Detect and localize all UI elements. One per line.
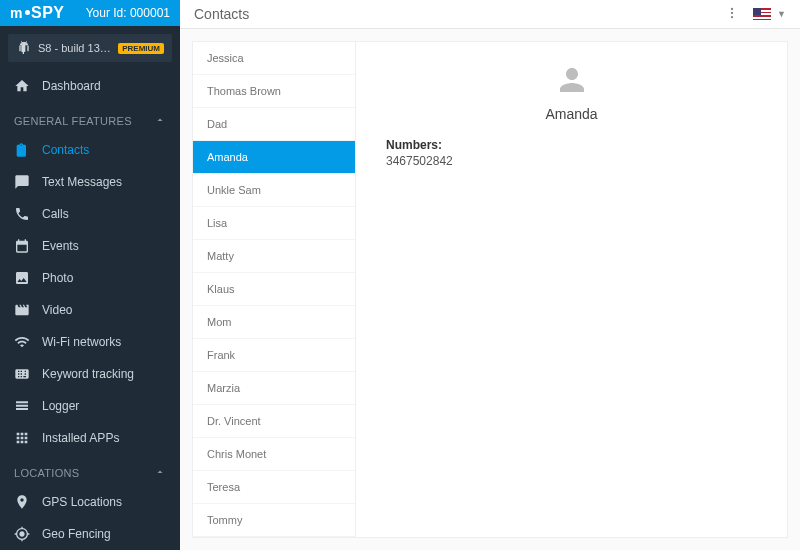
contact-item[interactable]: Lisa [193,207,355,240]
more-menu-button[interactable] [725,6,739,23]
topbar-actions: ▼ [725,6,786,23]
nav-gps[interactable]: GPS Locations [0,486,180,518]
contact-item[interactable]: Frank [193,339,355,372]
flag-us-icon [753,8,771,20]
nav-label: Photo [42,271,73,285]
app-root: mSPY Your Id: 000001 S8 - build 13 - 5..… [0,0,800,550]
contact-item[interactable]: Dr. Vincent [193,405,355,438]
contact-item[interactable]: Jessica [193,42,355,75]
logo-dot-icon [25,10,30,15]
nav-label: Events [42,239,79,253]
phone-icon [14,206,30,222]
section-label: LOCATIONS [14,467,79,479]
contact-numbers-section: Numbers: 3467502842 [386,138,757,168]
content-area: JessicaThomas BrownDadAmandaUnkle SamLis… [180,29,800,550]
nav-label: GPS Locations [42,495,122,509]
page-title: Contacts [194,6,249,22]
contact-item[interactable]: Teresa [193,471,355,504]
chevron-up-icon [154,466,166,480]
chevron-down-icon: ▼ [777,9,786,19]
wifi-icon [14,334,30,350]
contact-name: Amanda [545,106,597,122]
contact-item[interactable]: Klaus [193,273,355,306]
contact-item[interactable]: Mom [193,306,355,339]
nav-apps[interactable]: Installed APPs [0,422,180,454]
sidebar: mSPY Your Id: 000001 S8 - build 13 - 5..… [0,0,180,550]
brand-logo: mSPY [10,4,64,22]
nav-keyword[interactable]: Keyword tracking [0,358,180,390]
nav-section-general[interactable]: GENERAL FEATURES [0,102,180,134]
nav-calls[interactable]: Calls [0,198,180,230]
nav-contacts[interactable]: Contacts [0,134,180,166]
nav-geofence[interactable]: Geo Fencing [0,518,180,550]
contact-item[interactable]: Unkle Sam [193,174,355,207]
nav-label: Installed APPs [42,431,119,445]
logger-icon [14,398,30,414]
nav-label: Text Messages [42,175,122,189]
nav-section-locations[interactable]: LOCATIONS [0,454,180,486]
nav-label: Logger [42,399,79,413]
nav-text-messages[interactable]: Text Messages [0,166,180,198]
nav-wifi[interactable]: Wi-Fi networks [0,326,180,358]
nav-label: Dashboard [42,79,101,93]
contact-item[interactable]: Chris Monet [193,438,355,471]
nav-dashboard[interactable]: Dashboard [0,70,180,102]
device-name: S8 - build 13 - 5... [38,42,112,54]
numbers-label: Numbers: [386,138,757,152]
nav-photo[interactable]: Photo [0,262,180,294]
sidebar-header: mSPY Your Id: 000001 [0,0,180,26]
premium-badge: PREMIUM [118,43,164,54]
contact-header: Amanda [386,62,757,122]
nav-logger[interactable]: Logger [0,390,180,422]
numbers-value: 3467502842 [386,154,757,168]
locale-selector[interactable]: ▼ [753,8,786,20]
nav-label: Geo Fencing [42,527,111,541]
contact-item[interactable]: Thomas Brown [193,75,355,108]
contact-item[interactable]: Marzia [193,372,355,405]
svg-point-2 [731,15,733,17]
svg-point-0 [731,7,733,9]
android-icon [16,40,32,56]
nav-video[interactable]: Video [0,294,180,326]
apps-icon [14,430,30,446]
svg-point-1 [731,11,733,13]
logo-text: SPY [31,4,65,22]
contact-item[interactable]: Matty [193,240,355,273]
clipboard-icon [14,142,30,158]
video-icon [14,302,30,318]
nav-events[interactable]: Events [0,230,180,262]
section-label: GENERAL FEATURES [14,115,132,127]
location-icon [14,494,30,510]
nav-label: Contacts [42,143,89,157]
nav-label: Video [42,303,72,317]
contact-item[interactable]: Tommy [193,504,355,537]
contact-list: JessicaThomas BrownDadAmandaUnkle SamLis… [192,41,356,538]
topbar: Contacts ▼ [180,0,800,29]
chevron-up-icon [154,114,166,128]
target-icon [14,526,30,542]
contact-item[interactable]: Dad [193,108,355,141]
keyboard-icon [14,366,30,382]
nav-label: Wi-Fi networks [42,335,121,349]
calendar-icon [14,238,30,254]
logo-mark-icon: m [10,6,23,20]
contact-item[interactable]: Amanda [193,141,355,174]
user-id-label: Your Id: 000001 [86,6,170,20]
photo-icon [14,270,30,286]
contact-detail-panel: Amanda Numbers: 3467502842 [356,41,788,538]
avatar-icon [554,62,590,98]
home-icon [14,78,30,94]
message-icon [14,174,30,190]
nav-label: Calls [42,207,69,221]
main-area: Contacts ▼ JessicaThomas BrownDadAmandaU… [180,0,800,550]
nav-label: Keyword tracking [42,367,134,381]
device-selector[interactable]: S8 - build 13 - 5... PREMIUM [8,34,172,62]
